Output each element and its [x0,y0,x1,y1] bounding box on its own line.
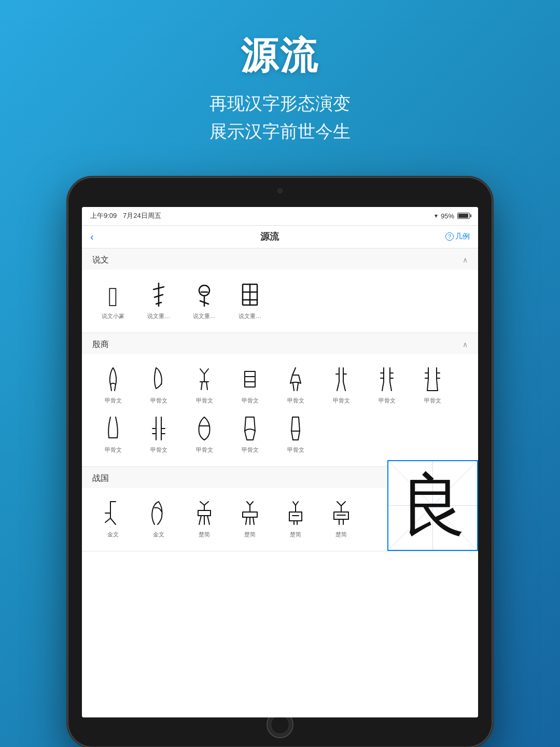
section-shangyin-toggle[interactable]: ∧ [463,340,468,349]
list-item[interactable]: 甲骨文 [318,359,364,409]
char-label: 楚简 [335,531,347,538]
list-item[interactable]: 甲骨文 [410,359,455,409]
status-date: 7月24日周五 [123,212,161,219]
char-glyph [237,413,263,444]
char-glyph [374,364,400,395]
char-glyph [100,497,126,529]
list-item[interactable]: 说文重… [136,275,181,324]
section-shuowen-title: 说文 [92,255,109,266]
section-shangyin-title: 殷商 [92,339,109,350]
preview-character: 良 [399,472,467,539]
char-label: 楚简 [199,531,210,538]
section-zhanguo: 战国 ∧ [82,467,478,551]
list-item[interactable]: 楚简 [318,493,364,543]
char-label: 说文重… [239,312,261,320]
bottom-spacer [82,551,478,666]
char-label: 甲骨文 [287,397,304,405]
list-item[interactable]: 楚简 [273,493,318,543]
status-time-date: 上午9:09 7月24日周五 [90,211,161,220]
char-glyph [419,364,445,395]
list-item[interactable]: 金文 [136,493,181,543]
char-glyph [328,497,354,529]
list-item[interactable]: 甲骨文 [90,409,136,458]
status-time: 上午9:09 [90,212,117,219]
list-item[interactable]: 楚简 [181,493,227,543]
screen: 上午9:09 7月24日周五 ▾ 95% ‹ 源流 ? 几例 [82,207,478,717]
shuowen-char-grid: 𠚕 说文小篆 [82,270,478,333]
section-shangyin-header[interactable]: 殷商 ∧ [82,333,478,354]
char-glyph [191,497,217,529]
list-item[interactable]: 甲骨文 [273,359,318,409]
char-glyph [146,497,172,529]
char-label: 甲骨文 [379,397,396,405]
list-item[interactable]: 甲骨文 [136,359,181,409]
list-item[interactable]: 甲骨文 [181,359,227,409]
char-glyph [283,497,309,529]
list-item[interactable]: 说文重… [181,275,227,324]
char-glyph [146,413,172,444]
char-glyph [237,279,263,310]
app-title: 源流 [209,31,351,81]
list-item[interactable]: 甲骨文 [90,359,136,409]
wifi-icon: ▾ [435,212,438,219]
list-item[interactable]: 甲骨文 [227,409,273,458]
char-glyph [146,364,172,395]
battery-fill [458,214,468,218]
nav-title: 源流 [260,230,279,243]
char-label: 甲骨文 [333,397,350,405]
list-item[interactable]: 说文重… [227,275,273,324]
shangyin-char-grid: 甲骨文 甲骨文 [82,354,478,466]
char-glyph [146,279,172,310]
home-button-inner [271,715,289,734]
char-label: 楚简 [290,531,301,538]
nav-bar: ‹ 源流 ? 几例 [82,226,478,248]
char-label: 说文重… [147,312,170,320]
section-shuowen: 说文 ∧ 𠚕 说文小篆 [82,248,478,333]
svg-text:𠚕: 𠚕 [108,282,118,310]
section-shuowen-header[interactable]: 说文 ∧ [82,248,478,270]
status-bar: 上午9:09 7月24日周五 ▾ 95% [82,207,478,226]
app-header: 源流 再现汉字形态演变 展示汉字前世今生 [209,31,351,146]
list-item[interactable]: 甲骨文 [364,359,410,409]
char-label: 甲骨文 [287,446,304,454]
char-glyph [283,413,309,444]
device-frame: 上午9:09 7月24日周五 ▾ 95% ‹ 源流 ? 几例 [67,177,493,747]
list-item[interactable]: 𠚕 说文小篆 [90,275,136,324]
section-shangyin: 殷商 ∧ [82,333,478,467]
svg-line-4 [156,302,161,304]
section-shuowen-toggle[interactable]: ∧ [463,256,468,264]
char-label: 甲骨文 [105,397,122,405]
list-item[interactable]: 甲骨文 [227,359,273,409]
subtitle-line1: 再现汉字形态演变 [209,89,351,117]
subtitle-line2: 展示汉字前世今生 [209,117,351,145]
list-item[interactable]: 甲骨文 [136,409,181,458]
list-item[interactable]: 甲骨文 [181,409,227,458]
list-item[interactable]: 甲骨文 [273,409,318,458]
char-glyph [191,279,217,310]
char-label: 说文重… [193,312,216,320]
char-label: 金文 [107,531,119,538]
list-item[interactable]: 金文 [90,493,136,543]
char-label: 甲骨文 [242,446,259,454]
char-label: 甲骨文 [196,446,213,454]
char-glyph [100,413,126,444]
help-button[interactable]: ? 几例 [445,232,470,241]
app-subtitle: 再现汉字形态演变 展示汉字前世今生 [209,89,351,146]
battery-icon [457,213,470,219]
char-label: 甲骨文 [424,397,441,405]
char-glyph [283,364,309,395]
char-label: 甲骨文 [150,397,167,405]
char-glyph: 𠚕 [100,279,126,310]
char-label: 金文 [153,531,164,538]
char-glyph [237,364,263,395]
char-glyph [191,364,217,395]
back-button[interactable]: ‹ [90,231,94,243]
svg-point-5 [199,285,209,296]
content-area: 说文 ∧ 𠚕 说文小篆 [82,248,478,717]
camera [277,188,283,193]
help-icon: ? [445,232,454,241]
char-label: 说文小篆 [102,312,124,320]
status-right-icons: ▾ 95% [435,212,470,220]
list-item[interactable]: 楚简 [227,493,273,543]
character-preview[interactable]: 良 [387,460,478,551]
